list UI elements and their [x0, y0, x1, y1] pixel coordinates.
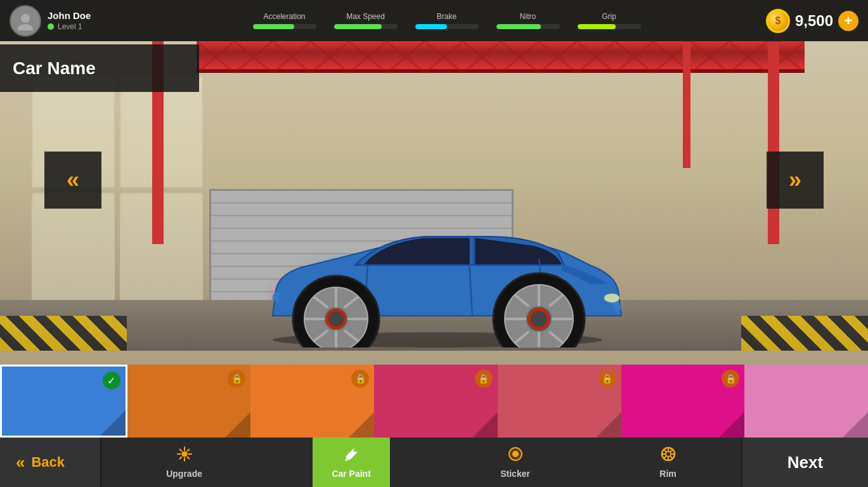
hazard-stripes-right [741, 316, 868, 351]
right-arrow-icon: » [789, 167, 801, 193]
tab-sticker[interactable]: Sticker [481, 438, 549, 487]
stat-item-max-speed: Max Speed [334, 12, 398, 29]
svg-point-31 [18, 24, 33, 30]
wall-panel [32, 193, 115, 304]
svg-rect-2 [197, 41, 805, 73]
tab-label: Car Paint [332, 469, 370, 479]
player-name: John Doe [48, 10, 91, 21]
pillar-far-right [683, 41, 690, 168]
tab-label: Sticker [500, 469, 530, 479]
tab-icon-rim [660, 446, 677, 466]
level-dot [48, 23, 54, 30]
stat-bar-bg [415, 24, 479, 29]
svg-marker-34 [349, 412, 374, 438]
stat-item-brake: Brake [415, 12, 479, 29]
svg-point-42 [512, 451, 519, 457]
svg-line-50 [670, 456, 673, 458]
tab-label: Upgrade [166, 469, 202, 479]
svg-marker-32 [100, 410, 126, 436]
stat-item-acceleration: Acceleration [253, 12, 316, 29]
car-name-panel: Car Name [0, 44, 199, 92]
stat-label: Grip [602, 12, 616, 21]
color-swatch-4[interactable]: 🔒 [498, 365, 621, 438]
stat-bar-bg [253, 24, 316, 29]
swatch-check-icon: ✓ [103, 372, 120, 389]
stat-label: Brake [437, 12, 457, 21]
add-currency-button[interactable]: + [838, 11, 858, 31]
stat-bar-fill [415, 24, 447, 29]
tab-car-paint[interactable]: Car Paint [313, 438, 389, 487]
prev-car-button[interactable]: « [44, 152, 101, 209]
color-swatch-0[interactable]: ✓ [0, 365, 127, 438]
next-car-button[interactable]: » [767, 152, 824, 209]
svg-marker-35 [472, 412, 498, 438]
pillar-right [768, 41, 779, 244]
car-name-text: Car Name [13, 58, 96, 79]
svg-marker-33 [225, 412, 250, 438]
color-swatch-bar: ✓ 🔒 🔒 🔒 🔒 🔒 [0, 365, 868, 438]
tab-label: Rim [659, 469, 676, 479]
level-text: Level 1 [58, 22, 82, 31]
next-label: Next [787, 453, 823, 472]
svg-line-51 [670, 450, 673, 452]
color-swatch-2[interactable]: 🔒 [250, 365, 374, 438]
player-info: John Doe Level 1 [48, 10, 91, 31]
tab-icon-upgrade [176, 446, 193, 466]
color-swatch-5[interactable]: 🔒 [621, 365, 745, 438]
currency-area: $ 9,500 + [744, 9, 858, 33]
svg-point-40 [354, 449, 357, 452]
color-swatch-3[interactable]: 🔒 [374, 365, 498, 438]
svg-point-30 [21, 14, 30, 23]
left-arrow-icon: « [67, 167, 79, 193]
stat-label: Nitro [520, 12, 536, 21]
color-swatch-6[interactable] [744, 365, 868, 438]
svg-marker-38 [843, 412, 868, 438]
stat-bar-bg [496, 24, 560, 29]
stat-label: Max Speed [346, 12, 385, 21]
stat-item-grip: Grip [578, 12, 641, 29]
back-label: Back [31, 454, 65, 471]
svg-line-49 [664, 450, 666, 452]
back-button[interactable]: « Back [0, 438, 101, 487]
swatch-lock-icon: 🔒 [475, 370, 493, 387]
svg-point-29 [529, 309, 548, 328]
stat-bar-fill [334, 24, 382, 29]
stat-item-nitro: Nitro [496, 12, 560, 29]
stat-bar-fill [496, 24, 541, 29]
car-display [222, 195, 653, 347]
stat-bar-bg [578, 24, 641, 29]
tab-rim[interactable]: Rim [640, 438, 695, 487]
svg-marker-37 [719, 412, 744, 438]
avatar [10, 5, 41, 37]
stats-area: Acceleration Max Speed Brake Nitro Grip [149, 12, 744, 29]
swatch-lock-icon: 🔒 [351, 370, 369, 387]
svg-point-44 [666, 451, 671, 457]
next-button[interactable]: Next [741, 438, 868, 487]
stat-bar-fill [578, 24, 616, 29]
swatch-lock-icon: 🔒 [228, 370, 245, 387]
svg-point-5 [604, 294, 619, 302]
level-bar-area: Level 1 [48, 22, 91, 31]
overhead-beam [197, 41, 805, 73]
stat-label: Acceleration [263, 12, 305, 21]
hazard-stripes-left [0, 316, 127, 351]
tab-icon-sticker [507, 446, 524, 466]
back-arrow-icon: « [16, 453, 25, 472]
currency-amount: 9,500 [795, 12, 833, 30]
svg-marker-36 [596, 412, 621, 438]
swatch-lock-icon: 🔒 [722, 370, 739, 387]
coin-icon: $ [766, 9, 790, 33]
svg-point-39 [182, 451, 187, 457]
bottom-bar: « Back Upgrade Car Paint Sticker [0, 438, 868, 487]
svg-point-18 [327, 310, 345, 328]
profile-area: John Doe Level 1 [10, 5, 149, 37]
color-swatch-1[interactable]: 🔒 [127, 365, 251, 438]
tab-icon-car paint [343, 446, 360, 466]
bottom-nav-tabs: Upgrade Car Paint Sticker Rim [101, 438, 741, 487]
tab-upgrade[interactable]: Upgrade [147, 438, 221, 487]
stat-bar-fill [253, 24, 294, 29]
stat-bar-bg [334, 24, 398, 29]
top-bar: John Doe Level 1 Acceleration Max Speed … [0, 0, 868, 41]
swatch-lock-icon: 🔒 [599, 370, 616, 387]
svg-line-52 [664, 456, 666, 458]
